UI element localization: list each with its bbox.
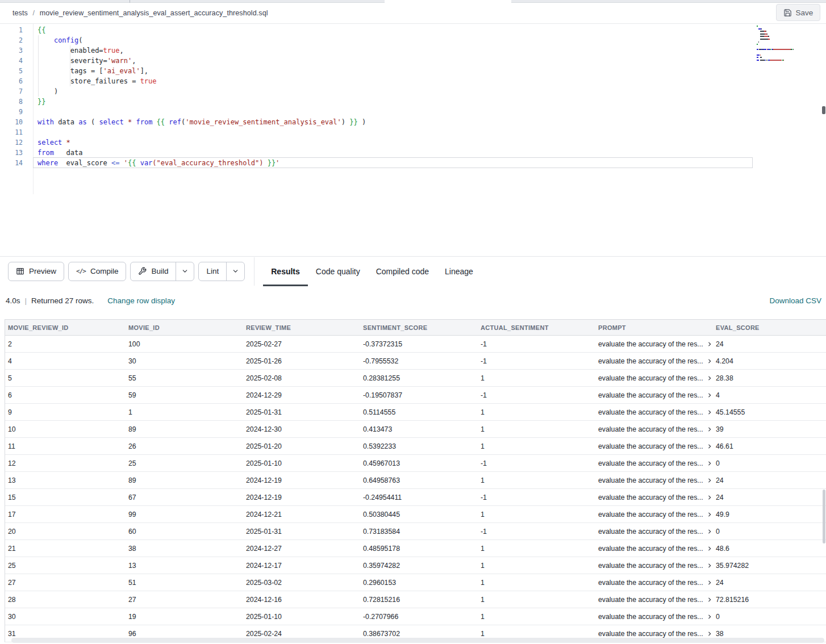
table-cell-eval-score: 4 (713, 391, 826, 399)
prompt-cell: evaluate the accuracy of the res... (595, 391, 713, 399)
table-cell: 100 (126, 340, 243, 348)
prompt-cell: evaluate the accuracy of the res... (595, 630, 713, 638)
line-number: 9 (0, 107, 23, 117)
table-cell-eval-score: 24 (713, 340, 826, 348)
code-line: where eval_score <= '{{ var("eval_accura… (37, 158, 366, 168)
table-row: 13892024-12-190.649587631evaluate the ac… (5, 472, 826, 489)
minimap[interactable] (757, 26, 802, 62)
table-cell: 2025-01-31 (243, 528, 360, 536)
prompt-expand-chevron-icon[interactable] (707, 597, 712, 603)
compile-button-main[interactable]: </> Compile (69, 262, 126, 281)
prompt-expand-chevron-icon[interactable] (707, 358, 712, 364)
table-row: 27512025-03-020.29601531evaluate the acc… (5, 574, 826, 591)
lint-split-button[interactable]: Lint (198, 262, 245, 281)
prompt-expand-chevron-icon[interactable] (707, 461, 712, 466)
compile-button[interactable]: </> Compile (68, 262, 126, 281)
prompt-expand-chevron-icon[interactable] (707, 546, 712, 551)
chevron-down-icon (232, 267, 239, 275)
prompt-expand-chevron-icon[interactable] (707, 614, 712, 620)
table-cell: 1 (478, 442, 595, 450)
table-cell: 2025-01-10 (243, 459, 360, 467)
table-cell: 0.45967013 (360, 459, 478, 467)
lint-button-main[interactable]: Lint (199, 262, 226, 281)
table-cell: 10 (5, 425, 126, 433)
table-cell: -0.24954411 (360, 494, 478, 501)
prompt-expand-chevron-icon[interactable] (707, 375, 712, 381)
change-row-display-link[interactable]: Change row display (107, 296, 175, 305)
prompt-expand-chevron-icon[interactable] (707, 580, 712, 586)
prompt-text: evaluate the accuracy of the res... (598, 476, 703, 484)
prompt-text: evaluate the accuracy of the res... (598, 596, 703, 604)
line-number: 2 (0, 35, 23, 45)
table-cell: 0.5114555 (360, 408, 478, 416)
code-editor[interactable]: 1234567891011121314 {{ config( enabled=t… (0, 24, 826, 256)
breadcrumb[interactable]: tests / movie_review_sentiment_analysis_… (12, 9, 268, 17)
preview-button-main[interactable]: Preview (9, 262, 64, 281)
column-header-eval-score: EVAL_SCORE (713, 324, 826, 331)
lint-dropdown-toggle[interactable] (226, 262, 244, 281)
prompt-text: evaluate the accuracy of the res... (598, 442, 703, 450)
table-cell-eval-score: 24 (713, 494, 826, 501)
tab-compiled-code[interactable]: Compiled code (368, 257, 437, 286)
prompt-cell: evaluate the accuracy of the res... (595, 511, 713, 518)
prompt-text: evaluate the accuracy of the res... (598, 630, 703, 638)
table-cell: 31 (5, 630, 126, 638)
table-cell: -1 (478, 340, 595, 348)
code-line: config( (37, 35, 366, 45)
horizontal-scrollbar-thumb[interactable] (11, 638, 824, 643)
prompt-expand-chevron-icon[interactable] (707, 563, 712, 568)
line-number: 1 (0, 25, 23, 35)
prompt-expand-chevron-icon[interactable] (707, 341, 712, 347)
table-scrollbar-thumb[interactable] (823, 490, 825, 543)
prompt-expand-chevron-icon[interactable] (707, 426, 712, 432)
table-cell: 1 (478, 511, 595, 518)
table-cell: 1 (478, 630, 595, 638)
table-cell: 27 (5, 579, 126, 587)
prompt-expand-chevron-icon[interactable] (707, 631, 712, 637)
build-button-main[interactable]: Build (131, 262, 176, 281)
table-row: 11262025-01-200.53922331evaluate the acc… (5, 438, 826, 455)
breadcrumb-folder[interactable]: tests (12, 9, 28, 17)
table-cell: 0.28381255 (360, 374, 478, 382)
tab-lineage[interactable]: Lineage (437, 257, 481, 286)
prompt-expand-chevron-icon[interactable] (707, 529, 712, 534)
build-dropdown-toggle[interactable] (176, 262, 194, 281)
table-cell: -0.2707966 (360, 613, 478, 621)
table-cell: 2024-12-19 (243, 494, 360, 501)
prompt-expand-chevron-icon[interactable] (707, 444, 712, 449)
prompt-cell: evaluate the accuracy of the res... (595, 562, 713, 570)
prompt-expand-chevron-icon[interactable] (707, 392, 712, 398)
table-cell: 99 (126, 511, 243, 518)
download-csv-link[interactable]: Download CSV (769, 296, 821, 305)
table-cell: -1 (478, 494, 595, 501)
table-cell: 2024-12-29 (243, 391, 360, 399)
table-cell: 38 (126, 545, 243, 553)
tab-results[interactable]: Results (263, 257, 308, 286)
table-row: 4302025-01-26-0.7955532-1evaluate the ac… (5, 353, 826, 370)
code-line: }} (37, 97, 366, 107)
tab-code-quality[interactable]: Code quality (308, 257, 368, 286)
prompt-expand-chevron-icon[interactable] (707, 495, 712, 500)
prompt-expand-chevron-icon[interactable] (707, 478, 712, 483)
line-number: 12 (0, 137, 23, 148)
save-button[interactable]: Save (776, 4, 820, 21)
query-duration: 4.0s (6, 296, 20, 305)
prompt-text: evaluate the accuracy of the res... (598, 340, 703, 348)
table-cell: 2025-01-31 (243, 408, 360, 416)
prompt-expand-chevron-icon[interactable] (707, 409, 712, 415)
table-cell: 2025-03-02 (243, 579, 360, 587)
code-content[interactable]: {{ config( enabled=true, severity='warn'… (37, 25, 366, 168)
prompt-text: evaluate the accuracy of the res... (598, 494, 703, 501)
table-cell: 0.48595178 (360, 545, 478, 553)
build-split-button[interactable]: Build (130, 262, 194, 281)
prompt-text: evaluate the accuracy of the res... (598, 374, 703, 382)
preview-button[interactable]: Preview (8, 262, 64, 281)
prompt-expand-chevron-icon[interactable] (707, 512, 712, 517)
table-cell: 27 (126, 596, 243, 604)
table-cell: 9 (5, 408, 126, 416)
editor-scrollbar-thumb[interactable] (822, 106, 825, 114)
table-cell: 1 (478, 579, 595, 587)
table-cell: 89 (126, 425, 243, 433)
table-cell-eval-score: 24 (713, 579, 826, 587)
table-row: 912025-01-310.51145551evaluate the accur… (5, 404, 826, 421)
